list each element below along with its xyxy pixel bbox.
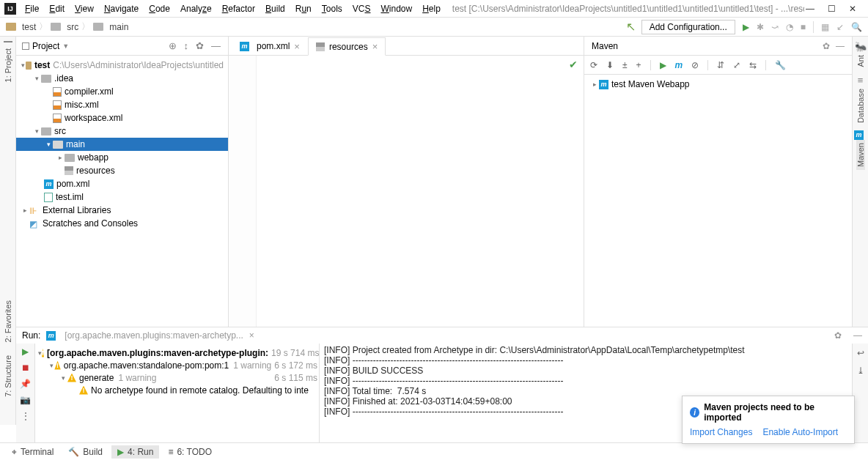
build-tab[interactable]: 🔨Build	[62, 445, 108, 459]
maximize-icon[interactable]: ☐	[828, 4, 836, 14]
run-tab[interactable]: ▶4: Run	[111, 445, 159, 459]
tab-resources[interactable]: resources×	[308, 37, 386, 56]
search-icon[interactable]: 🔍	[851, 22, 862, 32]
sort-icon[interactable]: ↕	[183, 40, 191, 51]
menu-refactor[interactable]: Refactor	[218, 2, 260, 15]
maven-icon[interactable]: m	[854, 130, 864, 140]
tree-folder-resources[interactable]: resources	[16, 164, 228, 177]
git-icon[interactable]: ▦	[821, 22, 829, 32]
run-maven-icon[interactable]: ▶	[660, 60, 666, 70]
target-icon[interactable]: ⊕	[167, 40, 178, 51]
gear-icon[interactable]: ✿	[823, 41, 830, 51]
tree-folder-src[interactable]: ▾ src	[16, 125, 228, 138]
close-run-tab-icon[interactable]: ×	[249, 330, 254, 341]
settings-icon[interactable]: ⇆	[749, 60, 757, 70]
tree-folder-webapp[interactable]: ▸ webapp	[16, 151, 228, 164]
todo-tab[interactable]: ≡6: TODO	[162, 445, 218, 459]
close-icon[interactable]: ✕	[849, 4, 856, 14]
structure-tool-button[interactable]: 7: Structure	[4, 352, 12, 400]
terminal-tab[interactable]: ⌖Terminal	[6, 445, 59, 459]
project-tree[interactable]: ▾ testC:\Users\Administrator\IdeaProject…	[16, 56, 228, 327]
editor-body[interactable]: ✔	[229, 56, 584, 327]
run-tree-row[interactable]: ▾! org.apache.maven:standalone-pom:pom:1…	[37, 359, 317, 371]
breadcrumb-item[interactable]: src	[67, 22, 78, 32]
more-icon[interactable]: ⋮	[21, 411, 30, 421]
run-tree-row[interactable]: ▾! [org.apache.maven.plugins:maven-arche…	[37, 346, 317, 359]
menu-help[interactable]: Help	[418, 2, 445, 15]
stop-icon[interactable]: ■	[801, 22, 806, 32]
run-tree[interactable]: ▾! [org.apache.maven.plugins:maven-arche…	[35, 344, 320, 442]
run-tree-row[interactable]: ▾! generate1 warning6 s 115 ms	[37, 371, 317, 384]
reimport-icon[interactable]: ⟳	[590, 60, 597, 70]
inspection-ok-icon[interactable]: ✔	[569, 59, 578, 70]
menu-build[interactable]: Build	[261, 2, 290, 15]
stop-icon[interactable]: ⏹	[21, 363, 30, 373]
import-changes-link[interactable]: Import Changes	[690, 427, 752, 437]
menu-analyze[interactable]: Analyze	[176, 2, 216, 15]
ant-tool-button[interactable]: Ant	[856, 52, 865, 70]
tree-scratches[interactable]: ◩ Scratches and Consoles	[16, 217, 228, 230]
menu-view[interactable]: View	[70, 2, 98, 15]
toggle-offline-icon[interactable]: ⊘	[691, 60, 699, 70]
database-icon[interactable]: ≡	[858, 75, 864, 86]
scroll-end-icon[interactable]: ⤓	[857, 366, 864, 376]
project-tool-button[interactable]: 1: Project	[4, 45, 12, 85]
hide-icon[interactable]: —	[853, 330, 862, 341]
maven-project-row[interactable]: ▸ m test Maven Webapp	[590, 78, 846, 91]
hammer-icon[interactable]: ↖	[626, 20, 636, 34]
hide-icon[interactable]: —	[210, 40, 222, 51]
tree-folder-idea[interactable]: ▾ .idea	[16, 72, 228, 85]
menu-vcs[interactable]: VCS	[348, 2, 375, 15]
close-tab-icon[interactable]: ×	[294, 41, 300, 52]
menu-run[interactable]: Run	[291, 2, 316, 15]
tree-root[interactable]: ▾ testC:\Users\Administrator\IdeaProject…	[16, 59, 228, 72]
soft-wrap-icon[interactable]: ↩	[857, 348, 864, 358]
database-tool-button[interactable]: Database	[856, 86, 865, 126]
project-panel-title[interactable]: Project ▼	[22, 41, 69, 51]
add-icon[interactable]: +	[636, 60, 641, 70]
enable-auto-import-link[interactable]: Enable Auto-Import	[762, 427, 838, 437]
collapse-icon[interactable]: ⇵	[717, 60, 724, 70]
menu-file[interactable]: File	[21, 2, 43, 15]
tree-file-pom[interactable]: mpom.xml	[16, 177, 228, 190]
maven-tool-button[interactable]: Maven	[856, 140, 865, 170]
coverage-icon[interactable]: ⤻	[771, 22, 779, 32]
camera-icon[interactable]: 📷	[20, 395, 31, 405]
maven-tree[interactable]: ▸ m test Maven Webapp	[584, 75, 852, 94]
profile-icon[interactable]: ◔	[786, 22, 793, 32]
tree-file[interactable]: misc.xml	[16, 98, 228, 111]
breadcrumb-item[interactable]: test	[22, 22, 36, 32]
menu-window[interactable]: Window	[376, 2, 416, 15]
close-tab-icon[interactable]: ×	[372, 41, 378, 52]
ant-icon[interactable]: 🐜	[855, 41, 867, 52]
generate-sources-icon[interactable]: ⬇	[606, 60, 614, 70]
breadcrumb-item[interactable]: main	[109, 22, 128, 32]
update-icon[interactable]: ↙	[836, 22, 844, 32]
menu-code[interactable]: Code	[144, 2, 174, 15]
tree-file-iml[interactable]: test.iml	[16, 190, 228, 204]
wrench-icon[interactable]: 🔧	[775, 60, 786, 70]
expand-icon[interactable]: ⤢	[733, 60, 740, 70]
tree-file[interactable]: compiler.xml	[16, 85, 228, 98]
add-configuration-button[interactable]: Add Configuration...	[641, 20, 735, 34]
run-icon[interactable]: ▶	[743, 22, 749, 32]
gear-icon[interactable]: ✿	[194, 40, 205, 51]
tree-folder-main-selected[interactable]: ▾ main	[16, 138, 228, 151]
tree-external-libraries[interactable]: ▸⊪ External Libraries	[16, 204, 228, 217]
tab-pom[interactable]: m pom.xml×	[232, 37, 308, 55]
execute-goal-icon[interactable]: m	[675, 60, 683, 70]
menu-edit[interactable]: Edit	[45, 2, 69, 15]
minimize-icon[interactable]: —	[806, 4, 814, 14]
favorites-tool-button[interactable]: 2: Favorites	[4, 297, 12, 345]
gear-icon[interactable]: ✿	[834, 330, 842, 341]
menu-tools[interactable]: Tools	[317, 2, 347, 15]
download-icon[interactable]: ±	[622, 60, 628, 70]
menu-navigate[interactable]: Navigate	[100, 2, 143, 15]
tree-file[interactable]: workspace.xml	[16, 111, 228, 125]
project-tool-marker[interactable]	[4, 41, 12, 42]
debug-icon[interactable]: ✱	[757, 22, 764, 32]
rerun-icon[interactable]: ▶	[22, 346, 29, 357]
pin-icon[interactable]: 📌	[20, 379, 31, 389]
hide-icon[interactable]: —	[836, 41, 845, 51]
run-config-name[interactable]: [org.apache.maven.plugins:maven-archetyp…	[65, 330, 243, 341]
